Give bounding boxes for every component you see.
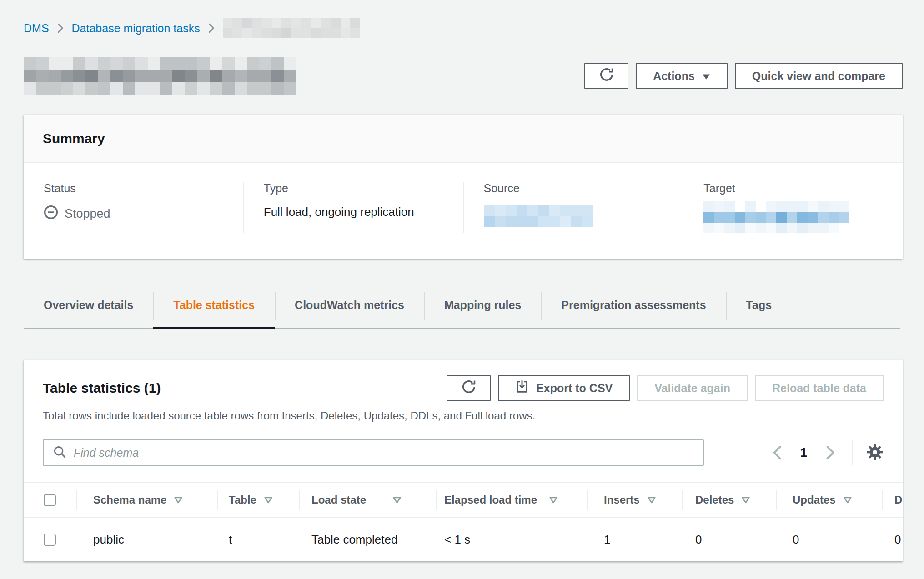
chevron-right-icon <box>208 23 215 33</box>
table-statistics-card: Table statistics (1) Export to CSV Valid… <box>24 359 903 561</box>
cell-ddls: 0 <box>882 533 903 547</box>
source-value-redacted[interactable] <box>484 205 593 227</box>
tab-tags[interactable]: Tags <box>726 290 792 328</box>
column-header-table[interactable]: Table <box>217 483 299 517</box>
sort-icon <box>843 496 852 504</box>
cell-elapsed-load-time: < 1 s <box>436 533 587 547</box>
tab-table-statistics[interactable]: Table statistics <box>153 290 275 328</box>
row-checkbox[interactable] <box>44 534 56 546</box>
quick-view-and-compare-button[interactable]: Quick view and compare <box>735 63 903 89</box>
toolbar-divider <box>852 440 853 465</box>
cell-updates: 0 <box>776 533 882 547</box>
summary-title: Summary <box>43 131 884 146</box>
pagination: 1 <box>772 445 835 460</box>
caret-down-icon <box>702 70 710 83</box>
table-header-row: Schema name Table Load state Elapsed loa… <box>24 483 903 518</box>
refresh-icon <box>462 379 476 397</box>
source-label: Source <box>484 182 683 195</box>
status-label: Status <box>44 182 243 195</box>
table-refresh-button[interactable] <box>447 375 491 401</box>
sort-icon <box>392 496 402 504</box>
search-input[interactable] <box>74 446 694 459</box>
summary-card-header: Summary <box>24 115 903 163</box>
export-download-icon <box>515 380 529 396</box>
column-header-deletes[interactable]: Deletes <box>682 483 776 517</box>
sort-icon <box>647 496 656 504</box>
summary-field-type: Type Full load, ongoing replication <box>243 182 463 233</box>
page-title-redacted <box>24 57 296 95</box>
status-value: Stopped <box>65 207 110 221</box>
tab-premigration-assessments[interactable]: Premigration assessments <box>541 290 726 328</box>
column-header-updates[interactable]: Updates <box>776 483 882 517</box>
chevron-right-icon <box>57 23 64 33</box>
target-value-redacted[interactable] <box>703 201 849 233</box>
tab-cloudwatch-metrics[interactable]: CloudWatch metrics <box>275 290 424 328</box>
breadcrumb-link-tasks[interactable]: Database migration tasks <box>72 22 200 35</box>
quick-view-button-label: Quick view and compare <box>752 70 885 83</box>
column-header-schema-name[interactable]: Schema name <box>76 483 217 517</box>
summary-card: Summary Status Stopped Type Full load, o… <box>24 115 903 259</box>
cell-table: t <box>217 533 299 547</box>
type-value: Full load, ongoing replication <box>264 205 463 219</box>
actions-button-label: Actions <box>653 70 695 83</box>
type-label: Type <box>264 182 463 195</box>
schema-search-box[interactable] <box>43 439 704 466</box>
actions-button[interactable]: Actions <box>636 63 728 89</box>
current-page-number[interactable]: 1 <box>800 446 807 460</box>
sort-icon <box>174 496 183 504</box>
dms-task-page: DMS Database migration tasks Actions <box>0 0 924 579</box>
table-statistics-table: Schema name Table Load state Elapsed loa… <box>24 482 903 561</box>
header-actions: Actions Quick view and compare <box>584 63 903 89</box>
table-card-actions: Export to CSV Validate again Reload tabl… <box>447 375 884 401</box>
tab-mapping-rules[interactable]: Mapping rules <box>424 290 541 328</box>
sort-icon <box>741 496 750 504</box>
sort-icon <box>264 496 273 504</box>
tab-overview-details[interactable]: Overview details <box>24 290 153 328</box>
next-page-button[interactable] <box>825 445 835 460</box>
select-all-cell <box>24 483 76 517</box>
page-header: Actions Quick view and compare <box>24 57 903 95</box>
breadcrumb: DMS Database migration tasks <box>24 18 900 38</box>
tab-bar: Overview details Table statistics CloudW… <box>24 290 900 329</box>
stopped-status-icon <box>44 205 58 223</box>
summary-field-status: Status Stopped <box>24 182 243 233</box>
column-header-load-state[interactable]: Load state <box>299 483 436 517</box>
cell-schema-name: public <box>76 533 217 547</box>
search-icon <box>53 445 66 460</box>
export-button-label: Export to CSV <box>536 382 613 395</box>
summary-body: Status Stopped Type Full load, ongoing r… <box>24 163 903 259</box>
refresh-icon <box>599 67 614 85</box>
summary-field-source: Source <box>463 182 683 233</box>
column-header-ddls-truncated[interactable]: D <box>882 483 903 517</box>
sort-icon <box>549 496 558 504</box>
row-select-cell <box>24 534 76 546</box>
table-statistics-title: Table statistics (1) <box>43 380 161 396</box>
preferences-button[interactable] <box>866 444 884 462</box>
cell-inserts: 1 <box>587 533 682 547</box>
cell-load-state: Table completed <box>299 533 436 547</box>
select-all-checkbox[interactable] <box>44 494 56 506</box>
previous-page-button[interactable] <box>772 445 782 460</box>
reload-table-data-button[interactable]: Reload table data <box>755 375 884 401</box>
refresh-button[interactable] <box>584 63 628 89</box>
export-to-csv-button[interactable]: Export to CSV <box>498 375 630 401</box>
table-toolbar: 1 <box>24 422 903 466</box>
table-statistics-description: Total rows include loaded source table r… <box>24 401 903 422</box>
summary-field-target: Target <box>683 182 903 233</box>
breadcrumb-link-dms[interactable]: DMS <box>24 22 49 35</box>
target-label: Target <box>703 182 903 195</box>
column-header-inserts[interactable]: Inserts <box>587 483 682 517</box>
column-header-elapsed-load-time[interactable]: Elapsed load time <box>436 483 587 517</box>
cell-deletes: 0 <box>682 533 776 547</box>
table-row[interactable]: public t Table completed < 1 s 1 0 0 0 <box>24 518 903 561</box>
reload-button-label: Reload table data <box>772 382 866 395</box>
breadcrumb-task-name-redacted <box>223 18 360 38</box>
validate-again-button[interactable]: Validate again <box>637 375 748 401</box>
validate-button-label: Validate again <box>654 382 730 395</box>
table-card-header: Table statistics (1) Export to CSV Valid… <box>24 360 903 401</box>
gear-icon <box>866 444 884 462</box>
